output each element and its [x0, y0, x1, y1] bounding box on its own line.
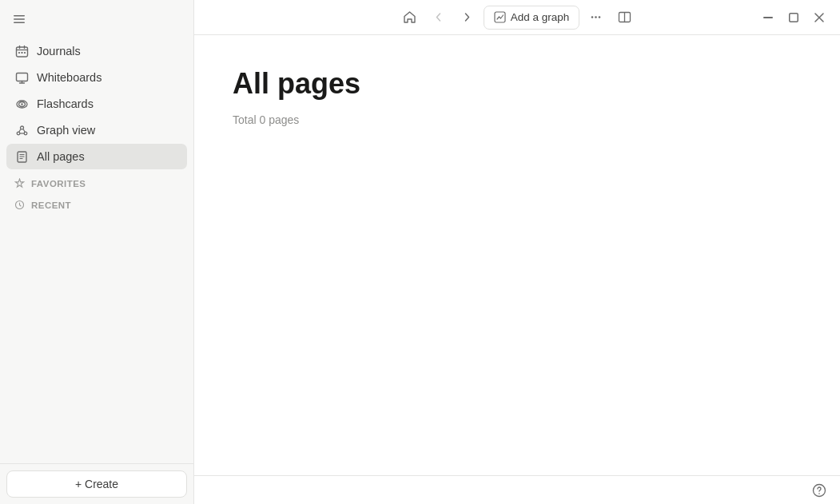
whiteboard-icon: [14, 70, 29, 85]
svg-point-20: [591, 16, 593, 18]
svg-rect-6: [24, 52, 26, 54]
more-options-button[interactable]: [583, 5, 608, 30]
close-button[interactable]: [808, 6, 830, 29]
create-button[interactable]: + Create: [6, 470, 187, 498]
graph-icon: [14, 123, 29, 137]
svg-point-10: [21, 103, 22, 105]
menu-button[interactable]: [6, 6, 32, 32]
window-controls: [757, 6, 830, 29]
back-button[interactable]: [426, 5, 452, 30]
svg-line-14: [18, 129, 20, 132]
favorites-section[interactable]: FAVORITES: [6, 170, 187, 192]
svg-rect-5: [21, 52, 22, 54]
sidebar-bottom: + Create: [0, 463, 193, 504]
add-graph-label: Add a graph: [511, 11, 570, 23]
create-button-label: + Create: [75, 478, 118, 490]
favorites-label: FAVORITES: [31, 179, 86, 189]
svg-rect-4: [18, 52, 20, 54]
sidebar-item-flashcards[interactable]: Flashcards: [6, 91, 187, 117]
main-panel: Add a graph: [194, 0, 840, 504]
sidebar-item-whiteboards-label: Whiteboards: [37, 71, 102, 84]
forward-button[interactable]: [455, 5, 480, 30]
svg-point-13: [24, 132, 27, 135]
sidebar-item-all-pages[interactable]: All pages: [6, 144, 187, 169]
sidebar-item-graph-view-label: Graph view: [37, 124, 95, 137]
page-title: All pages: [233, 67, 802, 101]
svg-point-28: [818, 493, 820, 494]
sidebar-item-journals[interactable]: Journals: [6, 38, 187, 64]
bottom-bar: [194, 475, 840, 504]
content-area: All pages Total 0 pages: [194, 35, 840, 475]
sidebar: Journals Whiteboards: [0, 0, 194, 504]
sidebar-item-flashcards-label: Flashcards: [37, 97, 94, 110]
svg-rect-2: [14, 22, 25, 24]
recent-label: RECENT: [31, 200, 71, 210]
app-container: Journals Whiteboards: [0, 0, 840, 504]
pages-icon: [14, 149, 29, 164]
sidebar-nav: Journals Whiteboards: [0, 35, 193, 463]
svg-line-15: [23, 129, 25, 132]
add-graph-button[interactable]: Add a graph: [484, 6, 580, 30]
help-button[interactable]: [808, 479, 830, 502]
recent-section[interactable]: RECENT: [6, 192, 187, 213]
calendar-icon: [14, 44, 29, 58]
flashcard-icon: [14, 97, 29, 111]
svg-point-21: [595, 16, 597, 18]
home-button[interactable]: [397, 5, 423, 30]
page-subtitle: Total 0 pages: [233, 113, 802, 126]
svg-point-11: [20, 126, 23, 129]
svg-rect-0: [14, 15, 25, 17]
maximize-button[interactable]: [782, 6, 805, 29]
toolbar: Add a graph: [194, 0, 840, 35]
sidebar-item-journals-label: Journals: [37, 45, 81, 58]
svg-point-22: [598, 16, 600, 18]
minimize-button[interactable]: [757, 6, 779, 29]
svg-rect-26: [790, 13, 798, 22]
sidebar-item-graph-view[interactable]: Graph view: [6, 117, 187, 143]
toolbar-center: Add a graph: [397, 5, 638, 30]
svg-rect-7: [16, 73, 27, 81]
svg-point-12: [17, 132, 20, 135]
recent-icon: [14, 200, 25, 210]
svg-rect-25: [763, 17, 773, 18]
sidebar-item-all-pages-label: All pages: [37, 150, 85, 163]
svg-rect-1: [14, 18, 25, 20]
split-view-button[interactable]: [611, 5, 637, 30]
sidebar-item-whiteboards[interactable]: Whiteboards: [6, 65, 187, 90]
star-icon: [14, 178, 25, 189]
sidebar-top: [0, 0, 193, 35]
